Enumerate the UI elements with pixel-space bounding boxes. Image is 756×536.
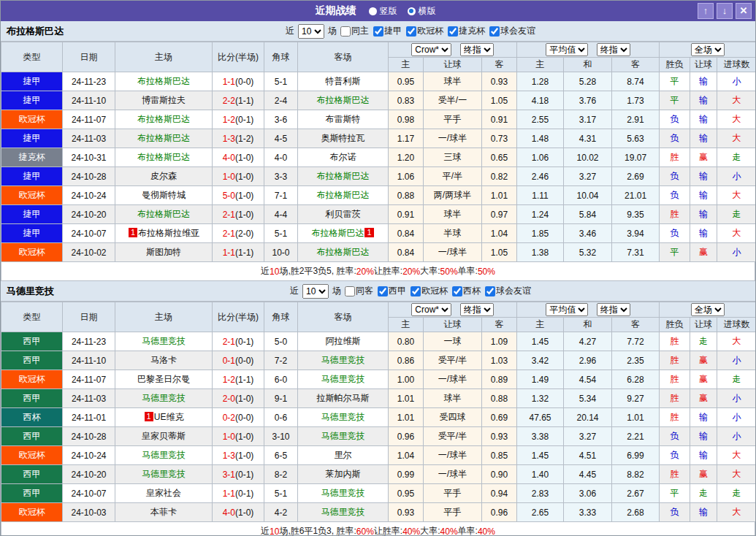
home-team: 马洛卡 bbox=[115, 351, 213, 370]
home-team: 斯图加特 bbox=[115, 243, 213, 262]
league-checkbox[interactable] bbox=[452, 286, 462, 296]
odds-home: 1.04 bbox=[389, 446, 424, 465]
league-badge: 欧冠杯 bbox=[1, 186, 63, 205]
odds-source-select[interactable]: Crow* bbox=[411, 43, 451, 56]
result-wdl: 平 bbox=[660, 91, 690, 110]
avg-draw: 3.76 bbox=[564, 91, 612, 110]
odds-handicap: 一/球半 bbox=[424, 465, 482, 484]
avg-select-group: 平均值 终指 bbox=[517, 42, 660, 58]
result-goals: 大 bbox=[717, 224, 756, 243]
result-handicap: 输 bbox=[690, 408, 717, 427]
col-away: 客场 bbox=[298, 42, 389, 72]
average-select[interactable]: 平均值 bbox=[546, 303, 588, 316]
league-filter[interactable]: 捷甲 bbox=[371, 25, 402, 37]
close-button[interactable]: ✕ bbox=[736, 3, 752, 19]
avg-away: 7.72 bbox=[612, 332, 660, 351]
result-wdl: 负 bbox=[660, 224, 690, 243]
fulltime-select[interactable]: 全场 bbox=[691, 43, 725, 56]
result-wdl: 平 bbox=[660, 243, 690, 262]
same-venue-checkbox[interactable] bbox=[340, 26, 351, 37]
team-label: 马德里竞技 bbox=[321, 507, 365, 517]
match-date: 24-10-03 bbox=[63, 503, 115, 522]
average-select[interactable]: 平均值 bbox=[546, 43, 588, 56]
league-checkbox[interactable] bbox=[485, 286, 495, 296]
near-label: 近 bbox=[290, 285, 299, 297]
corners: 5-0 bbox=[264, 332, 298, 351]
odds-final-select[interactable]: 终指 bbox=[460, 43, 494, 56]
corners: 5-1 bbox=[264, 484, 298, 503]
sub-away: 客 bbox=[482, 58, 517, 72]
avg-home: 1.49 bbox=[517, 370, 564, 389]
avg-final-select[interactable]: 终指 bbox=[597, 303, 630, 316]
league-filter[interactable]: 欧冠杯 bbox=[408, 285, 448, 297]
team-label: 马德里竞技 bbox=[142, 336, 186, 346]
score-halftime: (1-0) bbox=[235, 191, 253, 201]
home-team: 布拉格斯巴达 bbox=[115, 110, 213, 129]
move-up-button[interactable]: ↑ bbox=[698, 3, 714, 19]
result-goals: 小 bbox=[717, 427, 756, 446]
league-badge: 西甲 bbox=[1, 465, 63, 484]
result-wdl: 负 bbox=[660, 446, 690, 465]
league-checkbox[interactable] bbox=[448, 26, 458, 37]
odds-away: 0.85 bbox=[482, 446, 517, 465]
league-filter[interactable]: 球会友谊 bbox=[483, 285, 531, 297]
away-team: 布雷斯特 bbox=[298, 110, 389, 129]
league-checkbox[interactable] bbox=[489, 26, 500, 37]
away-team: 布拉格斯巴达 bbox=[298, 243, 389, 262]
odds-source-select[interactable]: Crow* bbox=[411, 303, 451, 316]
result-goals: 大 bbox=[717, 465, 756, 484]
odds-handicap: 平手 bbox=[424, 110, 482, 129]
score-halftime: (1-1) bbox=[235, 248, 253, 258]
result-goals: 大 bbox=[717, 503, 756, 522]
result-handicap: 输 bbox=[690, 129, 717, 148]
avg-final-select[interactable]: 终指 bbox=[597, 43, 630, 56]
sub-avg-draw: 和 bbox=[564, 318, 612, 332]
team-label: 博雷斯拉夫 bbox=[142, 95, 186, 105]
avg-home: 1.45 bbox=[517, 332, 564, 351]
league-checkbox[interactable] bbox=[411, 286, 421, 296]
result-goals: 小 bbox=[717, 351, 756, 370]
team-section: 马德里竞技 近 10 场 同客 西甲 欧冠杯 bbox=[1, 281, 755, 536]
league-filter[interactable]: 捷克杯 bbox=[446, 25, 485, 37]
league-checkbox[interactable] bbox=[373, 26, 383, 37]
league-badge: 西甲 bbox=[1, 332, 63, 351]
league-filter[interactable]: 西杯 bbox=[450, 285, 481, 297]
avg-away: 8.82 bbox=[612, 465, 660, 484]
result-handicap: 输 bbox=[690, 186, 717, 205]
team-label: 皇家贝蒂斯 bbox=[142, 431, 186, 441]
same-venue-filter[interactable]: 同客 bbox=[343, 285, 373, 297]
same-venue-filter[interactable]: 同主 bbox=[338, 25, 369, 37]
team-label: 本菲卡 bbox=[150, 507, 177, 517]
score-halftime: (0-1) bbox=[235, 489, 253, 499]
match-date: 24-10-20 bbox=[63, 465, 115, 484]
corners: 4-4 bbox=[264, 205, 298, 224]
odds-home: 0.93 bbox=[389, 503, 424, 522]
match-count-select[interactable]: 10 bbox=[302, 284, 329, 299]
odds-home: 0.95 bbox=[389, 484, 424, 503]
layout-radio-vertical[interactable]: 竖版 bbox=[369, 5, 397, 18]
fulltime-select[interactable]: 全场 bbox=[691, 303, 725, 316]
summary-text: 近 bbox=[261, 525, 270, 536]
result-wdl: 胜 bbox=[660, 351, 690, 370]
match-row: 捷甲24-11-10博雷斯拉夫2-2(1-1)2-4布拉格斯巴达0.83受半/一… bbox=[1, 91, 756, 110]
score-fulltime: 4-0 bbox=[223, 508, 235, 518]
result-goals: 大 bbox=[717, 186, 756, 205]
league-filter[interactable]: 西甲 bbox=[375, 285, 406, 297]
league-filter[interactable]: 球会友谊 bbox=[487, 25, 535, 37]
col-score: 比分(半场) bbox=[213, 42, 264, 72]
same-venue-checkbox[interactable] bbox=[345, 286, 355, 296]
section-header: 布拉格斯巴达 近 10 场 同主 捷甲 欧冠杯 bbox=[1, 21, 755, 42]
league-filter[interactable]: 欧冠杯 bbox=[404, 25, 443, 37]
result-handicap: 输 bbox=[690, 205, 717, 224]
match-count-select[interactable]: 10 bbox=[298, 24, 324, 39]
layout-radio-horizontal[interactable]: 横版 bbox=[408, 5, 436, 18]
move-down-button[interactable]: ↓ bbox=[717, 3, 733, 19]
result-wdl: 负 bbox=[660, 186, 690, 205]
league-checkbox[interactable] bbox=[406, 26, 416, 37]
score-halftime: (1-0) bbox=[235, 153, 253, 163]
corners: 6-0 bbox=[264, 370, 298, 389]
score-halftime: (1-2) bbox=[235, 134, 253, 144]
odds-final-select[interactable]: 终指 bbox=[460, 303, 494, 316]
match-date: 24-10-02 bbox=[63, 243, 115, 262]
league-checkbox[interactable] bbox=[378, 286, 388, 296]
